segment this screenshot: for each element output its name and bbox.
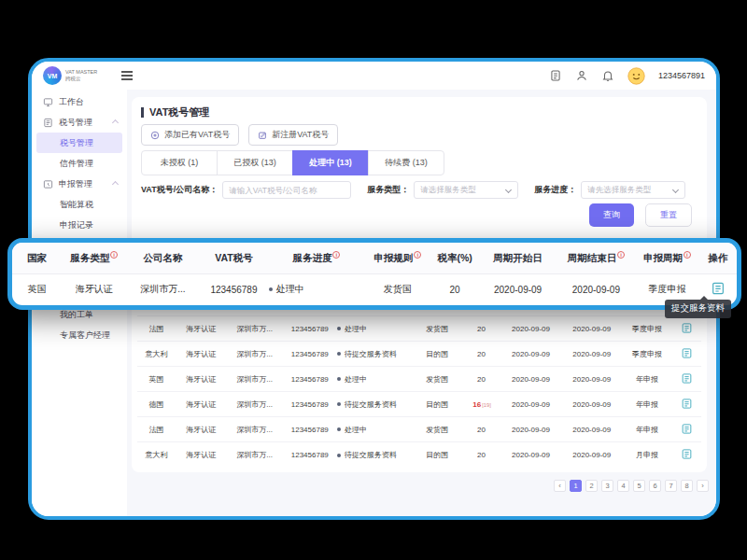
pagination-page[interactable]: 4 xyxy=(617,480,629,492)
pagination-page[interactable]: 7 xyxy=(665,480,677,492)
pagination-page[interactable]: 2 xyxy=(585,480,598,492)
info-icon[interactable] xyxy=(684,251,691,259)
table-row[interactable]: 意大利 海牙认证 深圳市万... 123456789 待提交服务资料 目的国 xyxy=(137,342,701,367)
cell-declaration-period: 年申报 xyxy=(622,374,671,385)
cell-service-type: 海牙认证 xyxy=(176,399,226,410)
service-progress-select[interactable]: 请先选择服务类型 xyxy=(581,181,685,199)
cell-country: 英国 xyxy=(137,374,176,385)
cell-vat-number: 123456789 xyxy=(283,400,337,409)
submit-materials-icon[interactable] xyxy=(681,398,693,410)
register-new-vat-button[interactable]: 新注册VAT税号 xyxy=(248,124,338,146)
cell-country: 法国 xyxy=(137,425,176,435)
sidebar-group-declaration[interactable]: 申报管理 xyxy=(32,174,127,194)
pagination-page[interactable]: 5 xyxy=(633,480,645,492)
search-button[interactable]: 查询 xyxy=(589,203,634,227)
sidebar-item-tax-number[interactable]: 税号管理 xyxy=(36,133,122,153)
cell-country: 英国 xyxy=(12,283,62,296)
cell-rate: 20 xyxy=(463,451,500,459)
cell-country: 法国 xyxy=(137,324,176,334)
cell-declaration-period: 季度申报 xyxy=(622,324,671,334)
status-dot-icon xyxy=(337,427,341,431)
table-row[interactable]: 英国 海牙认证 深圳市万... 123456789 处理中 发货国 xyxy=(137,367,701,392)
cell-service-type: 海牙认证 xyxy=(176,450,226,460)
pagination-prev[interactable]: ‹ xyxy=(554,480,566,492)
notes-icon[interactable] xyxy=(549,69,562,82)
user-icon[interactable] xyxy=(575,69,588,82)
pagination-page[interactable]: 1 xyxy=(570,480,582,492)
keyword-input[interactable] xyxy=(222,181,351,199)
info-icon[interactable] xyxy=(617,251,625,259)
brand-name: VAT MASTER 跨税云 xyxy=(65,69,97,82)
sidebar-item-workbench[interactable]: 工作台 xyxy=(32,91,127,112)
cell-operation xyxy=(672,322,701,336)
pagination-page[interactable]: 8 xyxy=(681,480,693,492)
bell-icon[interactable] xyxy=(601,69,614,82)
submit-materials-icon[interactable] xyxy=(711,281,726,296)
sidebar-item-smart-tax[interactable]: 智能算税 xyxy=(32,194,127,215)
add-existing-vat-button[interactable]: 添加已有VAT税号 xyxy=(141,124,239,146)
tab-processing[interactable]: 处理中 (13) xyxy=(292,150,369,175)
pagination: ‹ 1 2 3 4 5 6 xyxy=(554,480,709,492)
submit-materials-icon[interactable] xyxy=(681,423,693,435)
info-icon[interactable] xyxy=(414,251,421,259)
brand-logo: VM VAT MASTER 跨税云 xyxy=(43,66,97,85)
cell-period-start: 2020-09-09 xyxy=(500,325,561,333)
title-marker xyxy=(141,107,144,118)
table-row-magnified[interactable]: 英国 海牙认证 深圳市万... 123456789 处理中 发货国 20 202… xyxy=(12,274,737,304)
cell-period-end: 2020-09-09 xyxy=(561,350,622,358)
cell-company: 深圳市万... xyxy=(226,349,282,359)
table-row[interactable]: 法国 海牙认证 深圳市万... 123456789 处理中 发货国 xyxy=(137,417,701,442)
account-phone: 1234567891 xyxy=(658,71,705,80)
reset-button[interactable]: 重置 xyxy=(645,203,692,227)
status-dot-icon xyxy=(337,454,341,457)
tooltip-submit-materials: 提交服务资料 xyxy=(665,300,731,318)
cell-company: 深圳市万... xyxy=(226,324,282,334)
cell-vat-number: 123456789 xyxy=(283,426,337,434)
cell-rate: 20 xyxy=(463,375,500,384)
info-icon[interactable] xyxy=(332,251,340,259)
tab-renewal[interactable]: 待续费 (13) xyxy=(368,150,444,175)
cell-country: 德国 xyxy=(137,399,176,410)
menu-toggle-icon[interactable] xyxy=(121,71,133,80)
submit-materials-icon[interactable] xyxy=(681,347,693,359)
table-row[interactable]: 德国 海牙认证 深圳市万... 123456789 待提交服务资料 目的国 xyxy=(137,392,701,417)
submit-materials-icon[interactable] xyxy=(681,372,693,385)
column-header: 税率(%) xyxy=(430,252,478,265)
cell-period-start: 2020-09-09 xyxy=(500,350,561,358)
stage: VM VAT MASTER 跨税云 1234567891 工作台 xyxy=(0,0,747,560)
tab-authorized[interactable]: 已授权 (13) xyxy=(217,150,293,175)
table-header: 国家 服务类型 公司名称 VAT税号 服务进度 申 xyxy=(12,243,737,274)
tax-docs-icon xyxy=(43,118,53,128)
tab-unauthorized[interactable]: 未授权 (1) xyxy=(141,150,218,175)
table-row[interactable]: 意大利 海牙认证 深圳市万... 123456789 待提交服务资料 目的国 xyxy=(137,442,701,468)
cell-rate: 20 xyxy=(463,325,500,333)
submit-materials-icon[interactable] xyxy=(681,448,693,460)
action-buttons: 添加已有VAT税号 新注册VAT税号 xyxy=(141,124,338,146)
filter-row: VAT税号/公司名称： 服务类型： 请选择服务类型 服务进度： 请先选择服务类型 xyxy=(141,181,699,199)
table-row[interactable]: 法国 海牙认证 深圳市万... 123456789 处理中 发货国 xyxy=(137,316,701,342)
magnified-table-overlay: 国家 服务类型 公司名称 VAT税号 服务进度 申 xyxy=(7,238,741,310)
pagination-page[interactable]: 6 xyxy=(649,480,661,492)
cell-service-type: 海牙认证 xyxy=(176,374,226,385)
column-header: 周期开始日 xyxy=(479,252,557,265)
cell-declaration-period: 年申报 xyxy=(622,399,671,410)
cell-status: 待提交服务资料 xyxy=(337,450,412,460)
sidebar-item-account-manager[interactable]: 专属客户经理 xyxy=(32,325,127,345)
cell-status: 待提交服务资料 xyxy=(337,349,412,359)
sidebar-item-declaration-records[interactable]: 申报记录 xyxy=(32,215,127,235)
info-icon[interactable] xyxy=(110,251,118,259)
service-type-label: 服务类型： xyxy=(367,184,409,196)
avatar[interactable] xyxy=(627,67,645,85)
chevron-down-icon xyxy=(505,187,512,193)
cell-rule: 发货国 xyxy=(412,324,464,334)
service-type-select[interactable]: 请选择服务类型 xyxy=(414,181,518,199)
submit-materials-icon[interactable] xyxy=(681,322,693,334)
pagination-next[interactable]: › xyxy=(697,480,709,492)
cell-company: 深圳市万... xyxy=(127,283,200,296)
cell-vat-number: 123456789 xyxy=(283,451,337,459)
cell-company: 深圳市万... xyxy=(226,425,282,435)
pagination-page[interactable]: 3 xyxy=(601,480,613,492)
sidebar-item-letters[interactable]: 信件管理 xyxy=(32,153,127,174)
sidebar-group-tax-management[interactable]: 税号管理 xyxy=(32,112,127,133)
cell-declaration-period: 月申报 xyxy=(622,450,671,460)
